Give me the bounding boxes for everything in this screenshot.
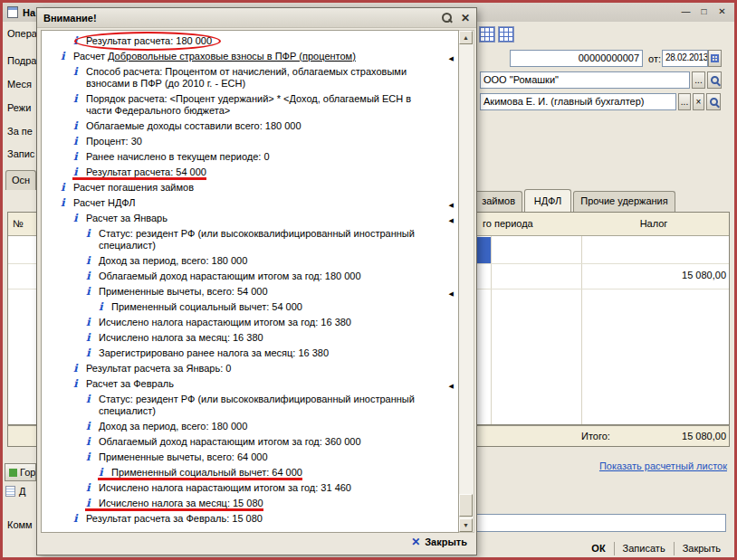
doc-date-field[interactable]: 28.02.2013: [662, 50, 708, 67]
message-text: Исчислено налога за месяц: 15 080: [99, 498, 263, 511]
message-text: Доход за период, всего: 180 000: [99, 421, 247, 432]
dialog-list-item[interactable]: iСтатус: резидент РФ (или высококвалифиц…: [42, 226, 458, 253]
maximize-button[interactable]: □: [696, 5, 712, 19]
dialog-list-item[interactable]: iСтатус: резидент РФ (или высококвалифиц…: [42, 392, 458, 419]
close-form-button[interactable]: Закрыть: [675, 541, 729, 555]
attention-dialog: Внимание! ✕ iРезультат расчета: 180 000i…: [36, 7, 477, 555]
responsible-field[interactable]: Акимова Е. И. (главный бухгалтер): [480, 93, 676, 110]
collapse-arrow-icon[interactable]: ◀: [449, 52, 454, 64]
magnifier-icon: [711, 76, 719, 84]
dialog-list-item[interactable]: iРасчет НДФЛ◀: [42, 195, 458, 211]
doc-number-field[interactable]: 00000000007: [510, 50, 643, 67]
gori-label: Гори: [20, 467, 36, 478]
organization-open-button[interactable]: [707, 71, 722, 89]
dialog-list-item[interactable]: iПримененные вычеты, всего: 54 000◀: [42, 284, 458, 299]
dialog-list-item[interactable]: iРасчет за Январь◀: [42, 211, 458, 226]
close-button[interactable]: ✕: [714, 5, 730, 19]
dialog-list-item[interactable]: iИсчислено налога за месяц: 15 080: [42, 496, 458, 511]
message-text: Примененный социальный вычет: 64 000: [111, 467, 302, 480]
collapse-arrow-icon[interactable]: ◀: [449, 214, 454, 226]
collapse-arrow-icon[interactable]: ◀: [449, 288, 454, 299]
menu-operation-fragment[interactable]: Опера: [7, 28, 37, 39]
dialog-list-item[interactable]: iОблагаемый доход нарастающим итогом за …: [42, 434, 458, 450]
dialog-scrollbar[interactable]: ▲ ▼: [459, 30, 474, 533]
dialog-list-item[interactable]: iИсчислено налога нарастающим итогом за …: [42, 480, 458, 496]
dialog-list-item[interactable]: iРанее начислено в текущем периоде: 0: [42, 149, 458, 165]
gori-button-fragment[interactable]: Гори: [5, 463, 36, 481]
message-text: Результат расчета за Январь: 0: [86, 363, 231, 374]
dialog-titlebar[interactable]: Внимание! ✕: [37, 8, 476, 28]
tab-other-deductions[interactable]: Прочие удержания: [573, 191, 675, 212]
ok-button[interactable]: ОК: [583, 541, 613, 555]
dialog-title: Внимание!: [43, 13, 97, 24]
save-button[interactable]: Записать: [615, 541, 674, 555]
dialog-close-action[interactable]: ✕ Закрыть: [411, 534, 467, 550]
window-title: На: [23, 7, 35, 18]
dialog-list-item[interactable]: iПримененный социальный вычет: 64 000: [42, 465, 458, 480]
scroll-down-icon[interactable]: ▼: [459, 518, 473, 532]
dialog-list-item[interactable]: iИсчислено налога нарастающим итогом за …: [42, 315, 458, 330]
dialog-close-icon[interactable]: ✕: [461, 13, 470, 24]
dialog-list-item[interactable]: iРасчет погашения займов: [42, 180, 458, 195]
message-text: Ранее начислено в текущем периоде: 0: [86, 151, 270, 162]
dialog-message-list: iРезультат расчета: 180 000iРасчет Добро…: [41, 30, 459, 533]
dialog-list-item[interactable]: iПримененный социальный вычет: 54 000: [42, 299, 458, 315]
info-icon: i: [86, 497, 91, 509]
dialog-list-item[interactable]: iЗарегистрировано ранее налога за месяц:…: [42, 346, 458, 361]
dialog-list-item[interactable]: iДоход за период, всего: 180 000: [42, 253, 458, 269]
dialog-list-item[interactable]: iПроцент: 30: [42, 134, 458, 149]
info-icon: i: [73, 119, 78, 132]
dialog-list-item[interactable]: iДоход за период, всего: 180 000: [42, 419, 458, 434]
message-text: Расчет НДФЛ: [73, 197, 135, 208]
dialog-list-item[interactable]: iПорядок расчета: <Процент удержаний> * …: [42, 91, 458, 119]
show-payslip-link[interactable]: Показать расчетный листок: [507, 460, 727, 471]
info-icon: i: [86, 270, 91, 282]
tab-ndfl-active[interactable]: НДФЛ: [524, 189, 571, 212]
dialog-list-item[interactable]: iРасчет за Февраль◀: [42, 376, 458, 392]
scroll-up-icon[interactable]: ▲: [459, 31, 473, 44]
dialog-list-item[interactable]: iРезультат расчета: 180 000: [42, 33, 458, 49]
message-text: Процент: 30: [86, 136, 142, 147]
toolbar-table-icon[interactable]: [479, 26, 495, 43]
responsible-open-button[interactable]: [706, 93, 721, 110]
info-icon: i: [73, 212, 78, 224]
pin-icon[interactable]: [441, 12, 453, 24]
tab-main-accruals-fragment[interactable]: Осн: [5, 170, 36, 190]
dialog-list-item[interactable]: iРезультат расчета за Январь: 0: [42, 361, 458, 376]
calendar-icon: [711, 54, 719, 62]
tax-cell-value: 15 080,00: [588, 270, 726, 280]
column-period-header-fragment: го периода: [483, 218, 533, 229]
message-text: Результат расчета за Февраль: 15 080: [86, 513, 263, 524]
dialog-list-item[interactable]: iИсчислено налога за месяц: 16 380: [42, 330, 458, 346]
dialog-list-item[interactable]: iОблагаемые доходы составили всего: 180 …: [42, 119, 458, 134]
dialog-list-item[interactable]: iОблагаемый доход нарастающим итогом за …: [42, 269, 458, 284]
document-icon: [7, 6, 18, 18]
green-icon: [9, 469, 17, 477]
collapse-arrow-icon[interactable]: ◀: [449, 199, 454, 211]
message-text: Примененные вычеты, всего: 64 000: [99, 451, 268, 462]
toolbar-grid-icon[interactable]: [498, 26, 514, 43]
dialog-list-item[interactable]: iРезультат расчета за Февраль: 15 080: [42, 511, 458, 527]
organization-select-button[interactable]: ...: [692, 71, 705, 89]
info-icon: i: [86, 285, 91, 298]
message-text: Облагаемый доход нарастающим итогом за г…: [99, 436, 361, 447]
info-icon: i: [86, 254, 91, 267]
organization-field[interactable]: ООО "Ромашки": [480, 71, 690, 89]
dialog-list-item[interactable]: iСпособ расчета: Процентом от начислений…: [42, 64, 458, 91]
message-text: Примененный социальный вычет: 54 000: [111, 301, 302, 312]
message-link[interactable]: Добровольные страховые взносы в ПФР (про…: [108, 51, 356, 62]
collapse-arrow-icon[interactable]: ◀: [449, 380, 454, 392]
scroll-thumb[interactable]: [459, 494, 473, 517]
message-text: Расчет погашения займов: [73, 182, 194, 193]
comment-label-fragment: Комм: [7, 519, 33, 530]
dialog-list-item[interactable]: iПримененные вычеты, всего: 64 000: [42, 450, 458, 465]
info-icon: i: [73, 92, 78, 105]
dialog-list-item[interactable]: iРезультат расчета: 54 000: [42, 165, 458, 180]
calendar-button[interactable]: [708, 50, 722, 67]
minimize-button[interactable]: —: [678, 5, 694, 19]
dialog-list-item[interactable]: iРасчет Добровольные страховые взносы в …: [42, 49, 458, 64]
message-text: Статус: резидент РФ (или высококвалифици…: [99, 394, 415, 416]
responsible-clear-button[interactable]: ×: [693, 93, 704, 110]
info-icon: i: [73, 362, 78, 375]
responsible-select-button[interactable]: ...: [678, 93, 691, 110]
